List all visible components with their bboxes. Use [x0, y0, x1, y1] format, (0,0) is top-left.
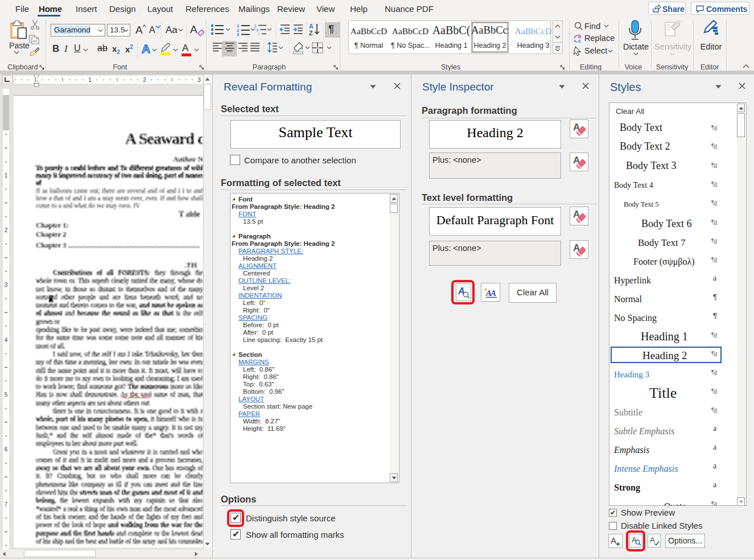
svg-text:c: c [578, 38, 581, 43]
svg-text:6: 6 [5, 446, 8, 452]
svg-text:A: A [490, 289, 496, 298]
svg-text:1: 1 [5, 172, 8, 179]
svg-text:a: a [257, 28, 259, 32]
svg-text:A: A [611, 536, 616, 545]
svg-text:3: 3 [197, 77, 201, 83]
svg-text:4: 4 [5, 337, 8, 343]
svg-text:A: A [309, 23, 314, 30]
svg-text:Z: Z [309, 30, 313, 36]
svg-text:3: 3 [237, 32, 239, 36]
svg-text:1: 1 [254, 24, 257, 28]
svg-text:7: 7 [5, 501, 8, 508]
svg-text:1: 1 [88, 77, 92, 83]
svg-text:A: A [650, 536, 655, 544]
svg-text:2: 2 [5, 227, 8, 233]
svg-text:2: 2 [143, 77, 146, 83]
svg-text:5: 5 [5, 392, 8, 398]
svg-text:3: 3 [5, 282, 8, 288]
svg-text:i: i [258, 32, 259, 36]
